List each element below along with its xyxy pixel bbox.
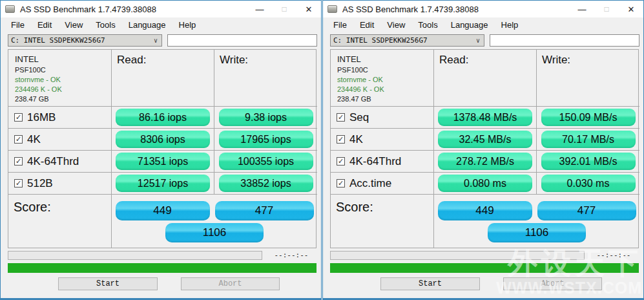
write-result-cell: 0.030 ms [537, 173, 639, 195]
menu-view[interactable]: View [380, 17, 411, 33]
row-label: 4K [27, 133, 41, 146]
result-pill: 17965 iops [219, 131, 313, 148]
menu-edit[interactable]: Edit [353, 17, 380, 33]
result-pill: 70.17 MB/s [541, 131, 636, 148]
drive-select[interactable]: C: INTEL SSDPEKKW256G7 ∨ [330, 34, 484, 47]
menu-help[interactable]: Help [172, 17, 203, 33]
menu-tools[interactable]: Tools [411, 17, 444, 33]
overall-progress-bar [8, 263, 317, 273]
result-pill: 86.16 iops [116, 109, 210, 126]
minimize-icon[interactable]: — [247, 1, 272, 17]
start-button[interactable]: Start [58, 277, 158, 290]
maximize-icon[interactable]: □ [594, 1, 619, 17]
title-bar: AS SSD Benchmark 1.7.4739.38088 — □ ✕ [323, 1, 643, 17]
score-write-pill: 477 [537, 201, 636, 220]
result-pill: 100355 iops [219, 153, 313, 170]
row-label: 4K-64Thrd [27, 155, 79, 168]
checkbox-512b[interactable]: ✓ [14, 179, 23, 188]
checkbox-4k[interactable]: ✓ [14, 135, 23, 144]
row-label: 512B [27, 177, 53, 190]
read-result-cell: 8306 iops [112, 129, 214, 151]
row-label: 4K [349, 133, 363, 146]
checkbox-4k64thrd[interactable]: ✓ [14, 157, 23, 166]
check-icon: ✓ [338, 136, 344, 143]
abort-button[interactable]: Abort [503, 277, 602, 290]
result-pill: 0.030 ms [541, 175, 636, 192]
menu-language[interactable]: Language [444, 17, 495, 33]
device-model: PSF100C [15, 66, 111, 74]
compression-field[interactable] [490, 34, 639, 47]
device-info-cell: INTEL PSF100C stornvme - OK 234496 K - O… [8, 50, 112, 107]
check-icon: ✓ [338, 114, 344, 121]
menu-language[interactable]: Language [122, 17, 172, 33]
score-total-pill: 1106 [488, 223, 586, 242]
device-driver-status: stornvme - OK [337, 76, 433, 83]
toolbar: C: INTEL SSDPEKKW256G7 ∨ [1, 33, 321, 50]
minimize-icon[interactable]: — [570, 1, 594, 17]
window-title: AS SSD Benchmark 1.7.4739.38088 [20, 5, 156, 14]
menu-bar: File Edit View Tools Language Help [1, 17, 321, 33]
score-label: Score: [331, 195, 434, 248]
row-4k-label-cell: ✓ 4K [331, 129, 434, 151]
check-icon: ✓ [16, 136, 21, 143]
score-cell: 449 477 1106 [434, 195, 639, 248]
progress-bar [8, 251, 262, 260]
checkbox-acctime[interactable]: ✓ [337, 179, 345, 188]
menu-tools[interactable]: Tools [89, 17, 121, 33]
row-4k64thrd-label-cell: ✓ 4K-64Thrd [331, 151, 434, 173]
device-driver-status: stornvme - OK [15, 76, 111, 83]
close-icon[interactable]: ✕ [619, 1, 643, 17]
write-column-header: Write: [537, 50, 639, 107]
row-label: Acc.time [349, 177, 391, 190]
benchmark-table: INTEL PSF100C stornvme - OK 234496 K - O… [330, 49, 639, 248]
compression-field[interactable] [167, 34, 317, 47]
row-label: 4K-64Thrd [349, 155, 401, 168]
checkbox-4k[interactable]: ✓ [337, 135, 345, 144]
score-cell: 449 477 1106 [112, 195, 317, 248]
checkbox-4k64thrd[interactable]: ✓ [337, 157, 345, 166]
row-4k64thrd-label-cell: ✓ 4K-64Thrd [8, 151, 112, 173]
menu-view[interactable]: View [58, 17, 89, 33]
drive-select-value: C: INTEL SSDPEKKW256G7 [333, 36, 476, 45]
row-seq-label-cell: ✓ Seq [331, 107, 434, 129]
check-icon: ✓ [16, 180, 21, 187]
menu-bar: File Edit View Tools Language Help [323, 17, 643, 33]
checkbox-16mb[interactable]: ✓ [14, 113, 23, 122]
menu-file[interactable]: File [5, 17, 31, 33]
device-capacity: 238.47 GB [15, 95, 111, 103]
elapsed-time: --:--:-- [272, 251, 311, 259]
menu-file[interactable]: File [327, 17, 353, 33]
elapsed-time: --:--:-- [594, 251, 633, 259]
app-drive-icon [5, 5, 15, 13]
checkbox-seq[interactable]: ✓ [337, 113, 345, 122]
overall-progress-bar [330, 263, 639, 273]
drive-select[interactable]: C: INTEL SSDPEKKW256G7 ∨ [8, 34, 162, 47]
abort-button[interactable]: Abort [181, 277, 280, 290]
maximize-icon[interactable]: □ [272, 1, 296, 17]
row-acctime-label-cell: ✓ Acc.time [331, 173, 434, 195]
device-alignment-status: 234496 K - OK [15, 85, 111, 93]
read-result-cell: 1378.48 MB/s [434, 107, 537, 129]
write-result-cell: 392.01 MB/s [537, 151, 639, 173]
result-pill: 8306 iops [116, 131, 210, 148]
window-controls: — □ ✕ [570, 1, 643, 17]
check-icon: ✓ [16, 158, 21, 165]
read-column-header: Read: [434, 50, 537, 107]
result-pill: 392.01 MB/s [541, 153, 636, 170]
write-result-cell: 150.09 MB/s [537, 107, 639, 129]
menu-help[interactable]: Help [495, 17, 525, 33]
menu-edit[interactable]: Edit [31, 17, 58, 33]
row-label: 16MB [27, 111, 56, 124]
device-alignment-status: 234496 K - OK [337, 85, 433, 93]
write-result-cell: 100355 iops [214, 151, 317, 173]
device-vendor: INTEL [15, 54, 111, 64]
start-button[interactable]: Start [380, 277, 480, 290]
benchmark-table: INTEL PSF100C stornvme - OK 234496 K - O… [8, 49, 317, 248]
row-label: Seq [349, 111, 369, 124]
result-pill: 71351 iops [116, 153, 210, 170]
check-icon: ✓ [338, 158, 344, 165]
close-icon[interactable]: ✕ [296, 1, 321, 17]
write-result-cell: 17965 iops [214, 129, 317, 151]
check-icon: ✓ [16, 114, 21, 121]
result-pill: 1378.48 MB/s [438, 109, 532, 126]
